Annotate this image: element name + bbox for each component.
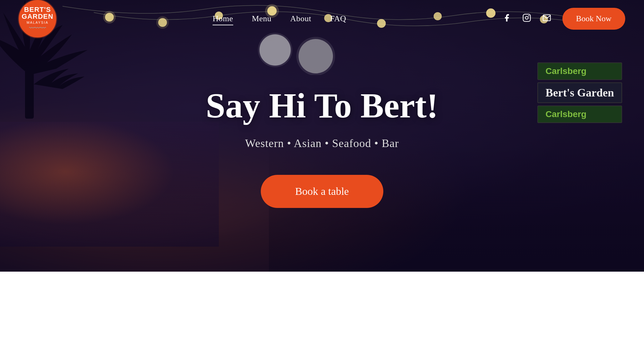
logo-country: MALAYSIA: [27, 21, 48, 24]
svg-point-20: [528, 15, 529, 16]
hero-title: Say Hi To Bert!: [206, 87, 438, 124]
facebook-icon[interactable]: [502, 13, 511, 24]
mail-icon[interactable]: [542, 13, 551, 24]
below-hero-section: [0, 272, 644, 355]
carlsberg-sign-bottom: Carlsberg: [537, 106, 622, 123]
logo-name-line1: BERT'S: [24, 6, 51, 13]
nav-link-faq[interactable]: FAQ: [330, 14, 346, 23]
berts-garden-sign: Bert's Garden: [537, 82, 622, 103]
logo-name-line2: GARDEN: [22, 13, 53, 20]
hero-subtitle: Western • Asian • Seafood • Bar: [206, 137, 438, 150]
nav-links: Home Menu About FAQ: [213, 14, 346, 23]
navbar: BERT'S GARDEN MALAYSIA 〰〰〰 Home Menu Abo…: [0, 0, 644, 37]
hero-section: Carlsberg Bert's Garden Carlsberg BERT'S…: [0, 0, 644, 272]
logo-wave: 〰〰〰: [29, 25, 46, 32]
svg-rect-18: [523, 14, 530, 21]
hero-content: Say Hi To Bert! Western • Asian • Seafoo…: [206, 87, 438, 208]
svg-point-19: [525, 16, 528, 19]
instagram-icon[interactable]: [522, 13, 531, 24]
carlsberg-sign-top: Carlsberg: [537, 62, 622, 80]
book-table-button[interactable]: Book a table: [261, 175, 383, 208]
nav-link-about[interactable]: About: [290, 14, 311, 23]
social-icons: [502, 13, 551, 24]
book-now-button[interactable]: Book Now: [562, 8, 625, 30]
nav-link-menu[interactable]: Menu: [252, 14, 272, 23]
restaurant-signs: Carlsberg Bert's Garden Carlsberg: [537, 62, 622, 126]
logo[interactable]: BERT'S GARDEN MALAYSIA 〰〰〰: [19, 0, 56, 37]
nav-link-home[interactable]: Home: [213, 14, 233, 23]
